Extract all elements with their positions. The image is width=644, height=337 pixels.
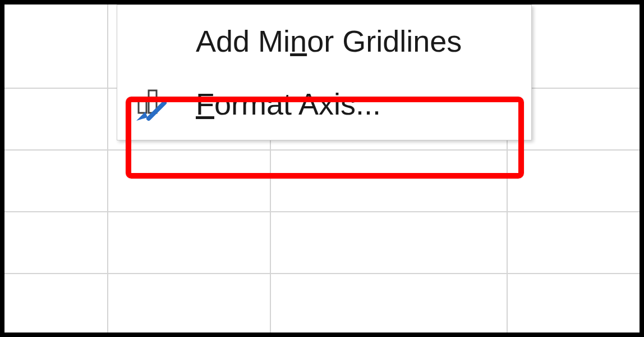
format-axis-icon — [135, 86, 191, 122]
cell[interactable] — [271, 212, 508, 273]
chart-context-menu: Add Minor Gridlines Format Axis... — [117, 4, 532, 140]
cell[interactable] — [4, 27, 108, 88]
cell[interactable] — [108, 212, 271, 273]
cell[interactable] — [4, 274, 108, 335]
format-axis-menu-item[interactable]: Format Axis... — [117, 72, 531, 135]
add-minor-gridlines-menu-item[interactable]: Add Minor Gridlines — [117, 10, 531, 72]
cell[interactable] — [4, 89, 108, 149]
cell[interactable] — [4, 4, 108, 27]
cell[interactable] — [508, 151, 640, 211]
cell[interactable] — [508, 212, 640, 273]
cell[interactable] — [271, 151, 508, 211]
cell[interactable] — [108, 151, 271, 211]
cell[interactable] — [108, 274, 271, 335]
cell[interactable] — [4, 151, 108, 211]
cell[interactable] — [508, 274, 640, 335]
menu-item-label: Format Axis... — [191, 86, 531, 121]
cell[interactable] — [4, 212, 108, 273]
menu-item-label: Add Minor Gridlines — [191, 24, 531, 58]
svg-rect-0 — [139, 99, 146, 113]
cell[interactable] — [271, 274, 508, 335]
